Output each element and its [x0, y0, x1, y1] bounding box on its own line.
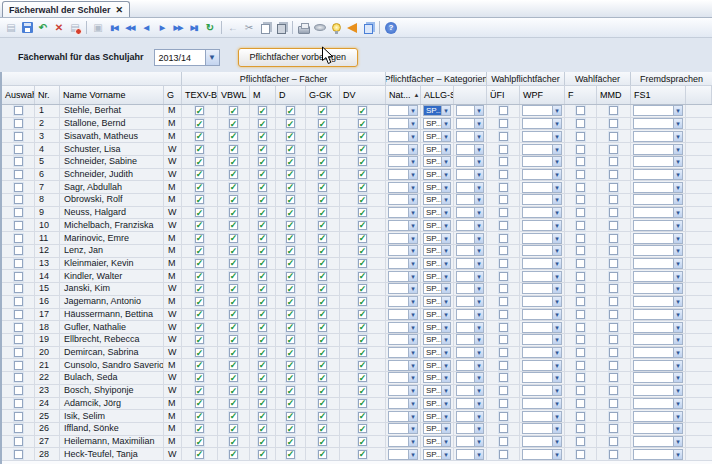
chevron-down-icon[interactable]: ▾ [673, 284, 682, 293]
uefi-checkbox[interactable] [499, 106, 508, 115]
dv-checkbox[interactable] [358, 424, 367, 433]
allgsp-dropdown[interactable]: SP...▾ [423, 322, 451, 333]
column-header-f[interactable]: F [565, 86, 597, 104]
ggk-checkbox[interactable] [318, 335, 327, 344]
allgsp-dropdown[interactable]: SP...▾ [423, 334, 451, 345]
chevron-down-icon[interactable]: ▾ [673, 208, 682, 217]
uefi-checkbox[interactable] [499, 246, 508, 255]
chevron-down-icon[interactable]: ▾ [552, 119, 561, 128]
mmd-checkbox[interactable] [609, 272, 618, 281]
dv-checkbox[interactable] [358, 412, 367, 421]
mmd-checkbox[interactable] [609, 183, 618, 192]
nat-dropdown[interactable]: ▾ [388, 207, 418, 218]
fs1-dropdown[interactable]: ▾ [633, 271, 683, 282]
dv-checkbox[interactable] [358, 272, 367, 281]
f-checkbox[interactable] [576, 386, 585, 395]
mmd-checkbox[interactable] [609, 412, 618, 421]
texv-checkbox[interactable] [195, 437, 204, 446]
dv-checkbox[interactable] [358, 145, 367, 154]
chevron-down-icon[interactable]: ▾ [552, 208, 561, 217]
chevron-down-icon[interactable]: ▾ [441, 221, 450, 230]
allgsp-dropdown[interactable]: SP...▾ [423, 118, 451, 129]
chevron-down-icon[interactable]: ▾ [673, 348, 682, 357]
column-header-dv[interactable]: DV [340, 86, 386, 104]
m-checkbox[interactable] [258, 170, 267, 179]
vbwl-checkbox[interactable] [229, 424, 238, 433]
texv-checkbox[interactable] [195, 221, 204, 230]
fs1-dropdown[interactable]: ▾ [633, 309, 683, 320]
d-checkbox[interactable] [286, 183, 295, 192]
chevron-down-icon[interactable]: ▾ [474, 412, 483, 421]
fs1-dropdown[interactable]: ▾ [633, 182, 683, 193]
d-checkbox[interactable] [286, 323, 295, 332]
dv-checkbox[interactable] [358, 284, 367, 293]
mmd-checkbox[interactable] [609, 195, 618, 204]
select-checkbox[interactable] [14, 170, 23, 179]
fs1-dropdown[interactable]: ▾ [633, 296, 683, 307]
wpf-dropdown[interactable]: ▾ [522, 360, 562, 371]
uefi-checkbox[interactable] [499, 234, 508, 243]
select-checkbox[interactable] [14, 335, 23, 344]
nat-dropdown[interactable]: ▾ [388, 169, 418, 180]
chevron-down-icon[interactable]: ▾ [441, 297, 450, 306]
nat-dropdown[interactable]: ▾ [388, 296, 418, 307]
f-checkbox[interactable] [576, 132, 585, 141]
column-header-name[interactable]: Name Vorname [60, 86, 164, 104]
nat-dropdown[interactable]: ▾ [388, 347, 418, 358]
chevron-down-icon[interactable]: ▾ [673, 246, 682, 255]
schoolyear-select[interactable]: 2013/14 ▼ [154, 49, 220, 66]
allgsp-dropdown[interactable]: SP...▾ [423, 131, 451, 142]
wpf-dropdown[interactable]: ▾ [522, 449, 562, 460]
vbwl-checkbox[interactable] [229, 119, 238, 128]
d-checkbox[interactable] [286, 195, 295, 204]
wpf-dropdown[interactable]: ▾ [522, 194, 562, 205]
disc-icon[interactable] [312, 20, 328, 36]
f-checkbox[interactable] [576, 412, 585, 421]
mmd-checkbox[interactable] [609, 145, 618, 154]
chevron-down-icon[interactable]: ▾ [408, 157, 417, 166]
m-checkbox[interactable] [258, 335, 267, 344]
select-checkbox[interactable] [14, 386, 23, 395]
nat-dropdown[interactable]: ▾ [388, 449, 418, 460]
vbwl-checkbox[interactable] [229, 323, 238, 332]
new-document-icon[interactable]: ▤ [3, 20, 19, 36]
chevron-down-icon[interactable]: ▾ [441, 437, 450, 446]
chevron-down-icon[interactable]: ▾ [474, 170, 483, 179]
vbwl-checkbox[interactable] [229, 221, 238, 230]
texv-checkbox[interactable] [195, 183, 204, 192]
chevron-down-icon[interactable]: ▾ [441, 170, 450, 179]
cat3-dropdown[interactable]: ▾ [456, 131, 484, 142]
ggk-checkbox[interactable] [318, 373, 327, 382]
chevron-down-icon[interactable]: ▾ [474, 106, 483, 115]
f-checkbox[interactable] [576, 335, 585, 344]
select-checkbox[interactable] [14, 145, 23, 154]
ggk-checkbox[interactable] [318, 272, 327, 281]
chevron-down-icon[interactable]: ▾ [474, 335, 483, 344]
m-checkbox[interactable] [258, 221, 267, 230]
chevron-down-icon[interactable]: ▾ [552, 424, 561, 433]
uefi-checkbox[interactable] [499, 145, 508, 154]
texv-checkbox[interactable] [195, 323, 204, 332]
select-checkbox[interactable] [14, 284, 23, 293]
f-checkbox[interactable] [576, 310, 585, 319]
fs1-dropdown[interactable]: ▾ [633, 436, 683, 447]
mmd-checkbox[interactable] [609, 234, 618, 243]
texv-checkbox[interactable] [195, 157, 204, 166]
chevron-down-icon[interactable]: ▾ [441, 373, 450, 382]
vbwl-checkbox[interactable] [229, 272, 238, 281]
nat-dropdown[interactable]: ▾ [388, 436, 418, 447]
chevron-down-icon[interactable]: ▾ [474, 373, 483, 382]
chevron-down-icon[interactable]: ▾ [408, 323, 417, 332]
d-checkbox[interactable] [286, 119, 295, 128]
nat-dropdown[interactable]: ▾ [388, 423, 418, 434]
cat3-dropdown[interactable]: ▾ [456, 271, 484, 282]
texv-checkbox[interactable] [195, 234, 204, 243]
m-checkbox[interactable] [258, 310, 267, 319]
chevron-down-icon[interactable]: ▾ [441, 157, 450, 166]
dv-checkbox[interactable] [358, 361, 367, 370]
chevron-down-icon[interactable]: ▾ [441, 106, 450, 115]
chevron-down-icon[interactable]: ▾ [441, 335, 450, 344]
chevron-down-icon[interactable]: ▾ [552, 450, 561, 459]
ggk-checkbox[interactable] [318, 170, 327, 179]
wpf-dropdown[interactable]: ▾ [522, 207, 562, 218]
